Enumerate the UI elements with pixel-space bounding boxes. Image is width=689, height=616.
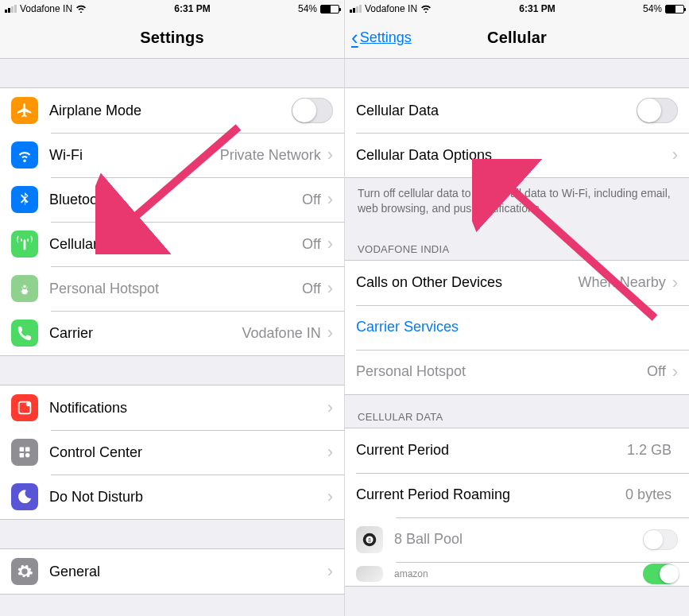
row-label: Cellular [49,236,98,253]
back-button[interactable]: ‹ Settings [351,25,412,50]
row-label: Calls on Other Devices [356,274,502,291]
vodafone-group: Calls on Other Devices When Nearby › Car… [345,260,689,395]
airplane-icon [11,97,38,124]
cellular-data-toggle[interactable] [637,98,678,123]
battery-percent: 54% [298,3,317,14]
row-label: Carrier Services [356,319,459,335]
back-label: Settings [360,29,412,46]
chevron-right-icon: › [327,486,333,507]
row-cellular-data-options[interactable]: Cellular Data Options › [345,133,689,177]
helper-text: Turn off cellular data to restrict all d… [345,178,689,227]
row-dnd[interactable]: Do Not Disturb › [0,475,344,519]
row-carrier-services[interactable]: Carrier Services [345,305,689,350]
chevron-right-icon: › [327,145,333,165]
row-app-amazon[interactable]: amazon [345,562,689,586]
phone-icon [11,320,38,347]
row-cellular[interactable]: Cellular Off › [0,222,344,266]
status-bar: Vodafone IN 6:31 PM 54% [0,0,344,17]
carrier-name: Vodafone IN [365,3,417,14]
row-label: Do Not Disturb [49,489,143,506]
notifications-icon [11,394,38,421]
row-value: 1.2 GB [627,442,672,459]
chevron-right-icon: › [327,189,333,210]
chevron-right-icon: › [327,323,333,343]
row-label: Carrier [49,325,93,342]
status-time: 6:31 PM [519,3,555,14]
row-label: Personal Hotspot [49,281,159,297]
row-app-8ballpool[interactable]: 8 8 Ball Pool [345,517,689,562]
cellular-data-group: Cellular Data Cellular Data Options › [345,87,689,178]
row-label: Notifications [49,400,127,416]
app-cellular-toggle[interactable] [643,529,678,550]
control-center-icon [11,439,38,466]
chevron-right-icon: › [672,273,678,293]
row-value: When Nearby [579,274,666,291]
chevron-right-icon: › [327,234,333,254]
svg-text:8: 8 [368,537,371,543]
section-header-vodafone: VODAFONE INDIA [345,227,689,260]
page-title: Settings [140,29,204,47]
row-personal-hotspot[interactable]: Personal Hotspot Off › [0,266,344,311]
row-airplane-mode[interactable]: Airplane Mode [0,88,344,133]
settings-group-2: Notifications › Control Center › Do Not … [0,385,344,520]
status-time: 6:31 PM [174,3,210,14]
signal-icon [350,5,362,13]
row-label: Wi-Fi [49,147,83,164]
row-label: 8 Ball Pool [394,531,463,548]
bluetooth-icon [11,186,38,213]
chevron-right-icon: › [327,442,333,463]
row-label: Bluetooth [49,192,110,208]
chevron-left-icon: ‹ [351,25,358,50]
wifi-icon [75,3,87,15]
moon-icon [11,483,38,510]
battery-icon [665,5,684,14]
chevron-right-icon: › [672,145,678,165]
row-general[interactable]: General › [0,549,344,594]
chevron-right-icon: › [327,561,333,582]
settings-group-3: General › [0,548,344,595]
row-label: Current Period Roaming [356,486,510,503]
row-label: General [49,564,100,580]
signal-icon [5,5,17,13]
row-bluetooth[interactable]: Bluetooth Off › [0,177,344,222]
row-personal-hotspot[interactable]: Personal Hotspot Off › [345,350,689,394]
app-icon-amazon [356,566,383,582]
chevron-right-icon: › [672,362,678,382]
nav-bar: Settings [0,17,344,59]
row-label: Cellular Data Options [356,147,492,164]
svg-point-5 [25,453,29,458]
row-value: 0 bytes [625,486,672,503]
wifi-icon [420,3,432,15]
row-calls-other-devices[interactable]: Calls on Other Devices When Nearby › [345,261,689,305]
row-notifications[interactable]: Notifications › [0,385,344,430]
row-cellular-data[interactable]: Cellular Data [345,88,689,133]
row-label: Personal Hotspot [356,363,466,380]
svg-point-1 [26,402,31,407]
hotspot-icon [11,275,38,302]
row-control-center[interactable]: Control Center › [0,430,344,475]
page-title: Cellular [487,29,547,47]
cellular-usage-group: Current Period 1.2 GB Current Period Roa… [345,428,689,587]
svg-rect-4 [20,453,24,458]
cellular-icon [11,231,38,258]
row-value: Off [302,236,321,253]
row-value: Off [302,281,321,297]
row-label: Current Period [356,442,449,459]
carrier-name: Vodafone IN [20,3,72,14]
row-current-period: Current Period 1.2 GB [345,428,689,473]
row-value: Off [302,192,321,208]
row-current-period-roaming: Current Period Roaming 0 bytes [345,473,689,517]
cellular-screen: Vodafone IN 6:31 PM 54% ‹ Settings Cellu… [345,0,689,616]
chevron-right-icon: › [327,397,333,418]
status-bar: Vodafone IN 6:31 PM 54% [345,0,689,17]
row-label: Cellular Data [356,103,439,119]
row-carrier[interactable]: Carrier Vodafone IN › [0,311,344,355]
row-wifi[interactable]: Wi-Fi Private Network › [0,133,344,177]
svg-rect-2 [20,447,24,452]
chevron-right-icon: › [327,278,333,299]
wifi-icon [11,141,38,169]
section-header-cell-data: CELLULAR DATA [345,395,689,428]
settings-screen: Vodafone IN 6:31 PM 54% Settings Airplan… [0,0,345,616]
airplane-toggle[interactable] [292,98,333,123]
app-cellular-toggle[interactable] [643,564,678,584]
